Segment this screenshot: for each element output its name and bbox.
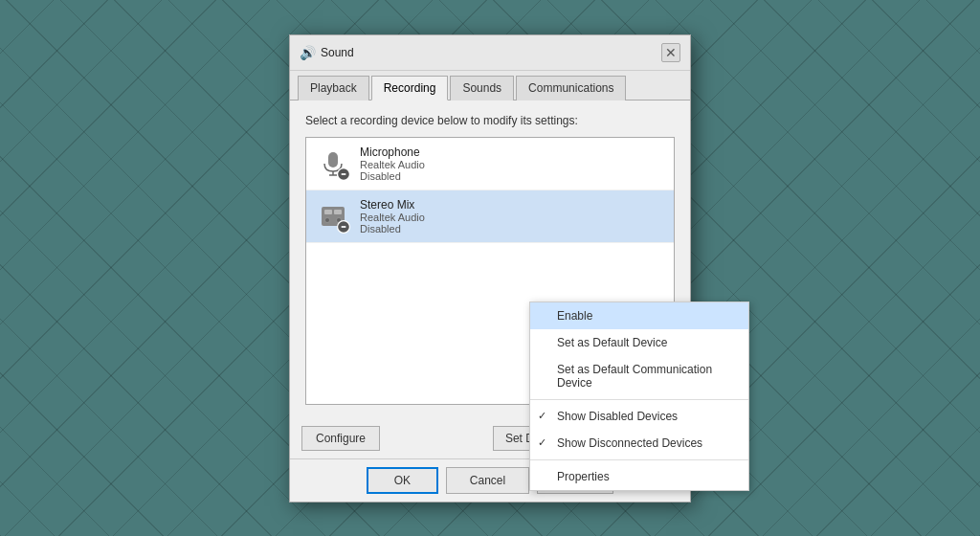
- disabled-badge-mic: [337, 168, 350, 181]
- ctx-check-show-disconnected: ✓: [538, 436, 546, 449]
- ctx-set-default-comm-label: Set as Default Communication Device: [557, 363, 722, 390]
- ctx-item-properties[interactable]: Properties: [530, 463, 748, 490]
- context-menu: Enable Set as Default Device Set as Defa…: [529, 302, 749, 491]
- tab-bar: Playback Recording Sounds Communications: [290, 71, 690, 100]
- sound-icon: 🔊: [300, 45, 315, 60]
- cancel-button[interactable]: Cancel: [446, 467, 529, 494]
- ctx-show-disabled-label: Show Disabled Devices: [557, 410, 678, 423]
- ctx-separator-2: [530, 459, 748, 460]
- stereo-mix-icon: [316, 199, 350, 234]
- ctx-item-show-disabled[interactable]: ✓ Show Disabled Devices: [530, 403, 748, 430]
- svg-point-7: [325, 217, 330, 222]
- stereo-mix-sub: Realtek Audio: [360, 212, 425, 223]
- stereo-mix-name: Stereo Mix: [360, 198, 425, 212]
- microphone-info: Microphone Realtek Audio Disabled: [360, 145, 425, 182]
- tab-playback[interactable]: Playback: [298, 76, 369, 100]
- ctx-item-show-disconnected[interactable]: ✓ Show Disconnected Devices: [530, 430, 748, 457]
- ctx-item-set-default-comm[interactable]: Set as Default Communication Device: [530, 356, 748, 396]
- close-button[interactable]: ✕: [661, 43, 680, 62]
- ok-button[interactable]: OK: [367, 467, 438, 494]
- microphone-sub: Realtek Audio: [360, 159, 425, 170]
- microphone-status: Disabled: [360, 170, 425, 182]
- title-bar-left: 🔊 Sound: [300, 45, 354, 60]
- microphone-icon: [316, 146, 350, 181]
- svg-rect-5: [324, 210, 332, 214]
- ctx-set-default-label: Set as Default Device: [557, 336, 667, 349]
- content-area: Select a recording device below to modif…: [290, 100, 690, 418]
- ctx-separator-1: [530, 399, 748, 400]
- dialog-overlay: 🔊 Sound ✕ Playback Recording Sounds Comm…: [0, 0, 980, 536]
- content-description: Select a recording device below to modif…: [305, 114, 675, 127]
- sound-dialog: 🔊 Sound ✕ Playback Recording Sounds Comm…: [289, 34, 691, 502]
- microphone-name: Microphone: [360, 145, 425, 159]
- ctx-enable-label: Enable: [557, 309, 592, 323]
- ctx-item-enable[interactable]: Enable: [530, 302, 748, 329]
- device-item-microphone[interactable]: Microphone Realtek Audio Disabled: [306, 138, 674, 190]
- tab-recording[interactable]: Recording: [371, 76, 449, 100]
- tab-sounds[interactable]: Sounds: [450, 76, 514, 100]
- ctx-properties-label: Properties: [557, 470, 610, 483]
- stereo-mix-status: Disabled: [360, 223, 425, 234]
- ctx-check-show-disabled: ✓: [538, 410, 546, 422]
- dialog-title: Sound: [321, 46, 354, 59]
- tab-communications[interactable]: Communications: [516, 76, 626, 100]
- device-item-stereo-mix[interactable]: Stereo Mix Realtek Audio Disabled: [306, 190, 674, 243]
- configure-button[interactable]: Configure: [301, 426, 380, 451]
- ctx-item-set-default-device[interactable]: Set as Default Device: [530, 329, 748, 356]
- ctx-show-disconnected-label: Show Disconnected Devices: [557, 436, 702, 450]
- stereo-mix-info: Stereo Mix Realtek Audio Disabled: [360, 198, 425, 234]
- disabled-badge-stereo: [337, 220, 350, 234]
- title-bar: 🔊 Sound ✕: [290, 35, 690, 71]
